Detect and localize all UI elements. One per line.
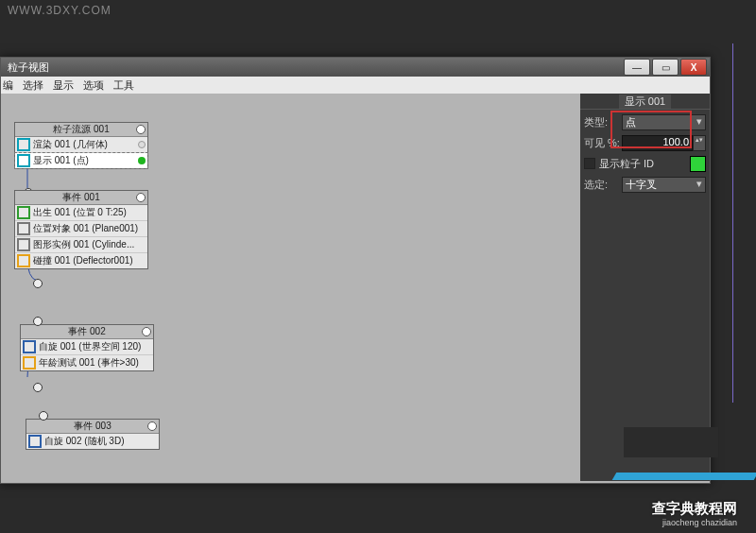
viewport-edge xyxy=(732,43,733,403)
node-title-text: 粒子流源 001 xyxy=(53,123,109,136)
maximize-button[interactable]: ▭ xyxy=(652,59,679,76)
footer-watermark: 查字典教程网 jiaocheng chazidian xyxy=(652,500,737,527)
close-button[interactable]: X xyxy=(680,59,707,76)
node-title[interactable]: 事件 002 xyxy=(21,325,153,339)
collision-icon xyxy=(17,254,30,267)
menu-tools[interactable]: 工具 xyxy=(113,78,134,93)
select-label: 选定: xyxy=(584,178,622,192)
showid-row: 显示粒子 ID xyxy=(584,155,706,172)
menu-edit[interactable]: 编 xyxy=(3,78,13,93)
node-title[interactable]: 事件 001 xyxy=(15,191,147,205)
led-icon xyxy=(138,141,146,148)
footer-brand-text: 查字典教程网 xyxy=(652,500,737,518)
menu-select[interactable]: 选择 xyxy=(23,78,43,93)
op-birth[interactable]: 出生 001 (位置 0 T:25) xyxy=(15,205,147,221)
node-event-003[interactable]: 事件 003 自旋 002 (随机 3D) xyxy=(26,419,160,450)
port-out[interactable] xyxy=(33,383,43,392)
position-icon xyxy=(17,222,30,235)
render-icon xyxy=(17,138,30,151)
select-dropdown[interactable]: 十字叉 xyxy=(622,177,706,193)
visible-spinner[interactable]: 100.0 xyxy=(622,135,693,151)
titlebar[interactable]: 粒子视图 — ▭ X xyxy=(1,58,710,77)
led-icon xyxy=(138,157,146,164)
type-value: 点 xyxy=(626,115,636,129)
select-row: 选定: 十字叉 xyxy=(584,176,706,193)
select-value: 十字叉 xyxy=(626,178,657,192)
op-label: 碰撞 001 (Deflector001) xyxy=(33,254,146,267)
op-spin2[interactable]: 自旋 002 (随机 3D) xyxy=(26,434,159,449)
op-age-test[interactable]: 年龄测试 001 (事件>30) xyxy=(21,355,153,370)
type-row: 类型: 点 xyxy=(584,113,706,130)
op-label: 出生 001 (位置 0 T:25) xyxy=(33,206,146,219)
node-title-text: 事件 002 xyxy=(68,325,105,338)
op-label: 渲染 001 (几何体) xyxy=(33,138,138,151)
op-label: 自旋 001 (世界空间 120) xyxy=(39,340,151,353)
node-port-icon xyxy=(136,193,146,202)
properties-title: 显示 001 xyxy=(619,95,671,109)
menu-display[interactable]: 显示 xyxy=(53,78,74,93)
show-id-checkbox[interactable] xyxy=(584,158,595,169)
node-pflow-source[interactable]: 粒子流源 001 渲染 001 (几何体) 显示 001 (点) xyxy=(14,122,148,169)
op-label: 自旋 002 (随机 3D) xyxy=(44,435,157,448)
type-dropdown[interactable]: 点 xyxy=(622,114,706,130)
deco-bar xyxy=(612,473,756,480)
op-label: 显示 001 (点) xyxy=(33,154,138,167)
spin-icon xyxy=(23,340,36,353)
spin-icon xyxy=(28,435,42,448)
show-id-label: 显示粒子 ID xyxy=(599,157,654,171)
particle-view-window: 粒子视图 — ▭ X 编 选择 显示 选项 工具 粒子流源 0 xyxy=(0,57,711,484)
op-collision[interactable]: 碰撞 001 (Deflector001) xyxy=(15,253,147,268)
op-shape-instance[interactable]: 图形实例 001 (Cylinde... xyxy=(15,237,147,253)
window-title: 粒子视图 xyxy=(4,60,49,75)
properties-panel: 显示 001 类型: 点 可见 %: 100.0 ▴▾ 显示粒子 ID 选定: … xyxy=(580,94,710,481)
watermark-url: WWW.3DXY.COM xyxy=(8,4,112,17)
op-label: 图形实例 001 (Cylinde... xyxy=(33,238,146,251)
birth-icon xyxy=(17,206,30,219)
op-display-selected[interactable]: 显示 001 (点) xyxy=(15,153,147,168)
visible-label: 可见 %: xyxy=(584,136,622,150)
spinner-arrows-icon[interactable]: ▴▾ xyxy=(693,135,706,151)
port-in[interactable] xyxy=(33,317,43,326)
node-title[interactable]: 粒子流源 001 xyxy=(15,123,147,137)
node-port-icon xyxy=(147,421,157,431)
node-event-002[interactable]: 事件 002 自旋 001 (世界空间 120) 年龄测试 001 (事件>30… xyxy=(20,324,154,371)
op-label: 年龄测试 001 (事件>30) xyxy=(39,356,151,370)
op-render[interactable]: 渲染 001 (几何体) xyxy=(15,137,147,153)
shape-icon xyxy=(17,238,30,251)
minimize-button[interactable]: — xyxy=(624,59,650,76)
node-title-text: 事件 003 xyxy=(74,420,111,433)
visible-row: 可见 %: 100.0 ▴▾ xyxy=(584,134,706,151)
node-title-text: 事件 001 xyxy=(62,191,99,204)
node-port-icon xyxy=(142,327,151,336)
deco-block xyxy=(624,427,718,457)
op-label: 位置对象 001 (Plane001) xyxy=(33,222,146,235)
type-label: 类型: xyxy=(584,115,622,129)
node-event-001[interactable]: 事件 001 出生 001 (位置 0 T:25) 位置对象 001 (Plan… xyxy=(14,190,148,269)
node-port-icon xyxy=(136,125,146,134)
op-position-object[interactable]: 位置对象 001 (Plane001) xyxy=(15,221,147,237)
port-out[interactable] xyxy=(33,279,43,288)
display-icon xyxy=(17,154,30,167)
menu-options[interactable]: 选项 xyxy=(83,78,104,93)
agetest-icon xyxy=(23,356,36,370)
op-spin[interactable]: 自旋 001 (世界空间 120) xyxy=(21,339,153,355)
menubar: 编 选择 显示 选项 工具 xyxy=(1,77,710,94)
color-swatch[interactable] xyxy=(690,156,706,172)
footer-brand-sub: jiaocheng chazidian xyxy=(652,518,737,527)
properties-header[interactable]: 显示 001 xyxy=(580,94,710,110)
node-title[interactable]: 事件 003 xyxy=(26,420,159,434)
port-in[interactable] xyxy=(39,411,48,421)
